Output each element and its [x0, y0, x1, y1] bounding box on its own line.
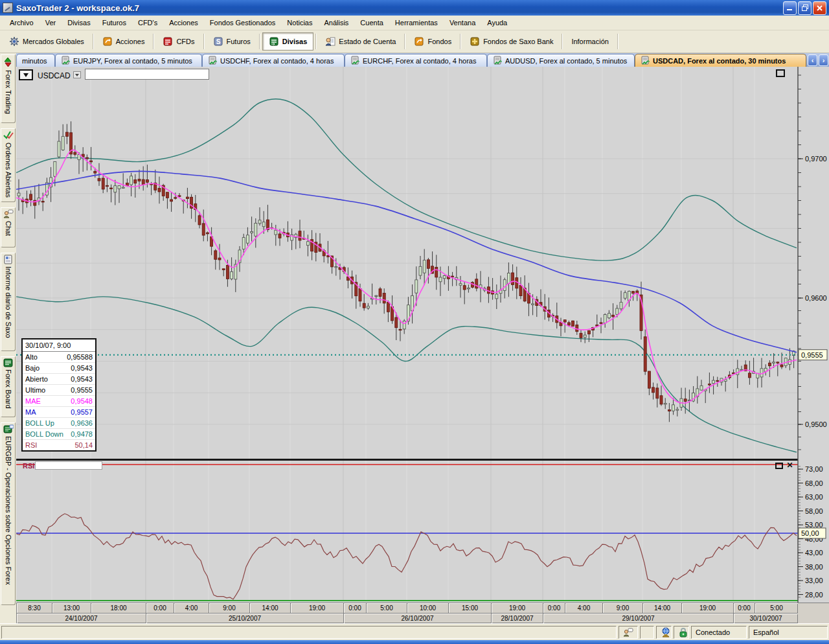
sidebar-tab-ordenes-abiertas[interactable]: Ordenes Abiertas	[1, 128, 16, 202]
report-doc-icon	[3, 255, 13, 264]
time-tick: 4:00	[174, 603, 209, 614]
menu-item-ayuda[interactable]: Ayuda	[481, 17, 513, 29]
sidebar-tab-forex-board[interactable]: Forex Board	[1, 356, 16, 417]
svg-text:0,9500: 0,9500	[805, 420, 827, 428]
menu-item-archivo[interactable]: Archivo	[4, 17, 40, 29]
sidebar-tab-forex-trading[interactable]: Forex Trading	[1, 54, 16, 123]
menu-item-cfd-s[interactable]: CFD's	[132, 17, 163, 29]
menu-item-divisas[interactable]: Divisas	[62, 17, 96, 29]
time-tick: 0:00	[344, 603, 367, 614]
time-tick: 0:00	[543, 603, 565, 614]
tab-label: EURJPY, Forex al contado, 5 minutos	[73, 57, 192, 65]
svg-text:S: S	[216, 38, 220, 45]
toolbar-button-mercados-globales[interactable]: Mercados Globales	[3, 32, 91, 51]
svg-text:58,00: 58,00	[805, 507, 823, 515]
rsi-maximize-button[interactable]	[775, 463, 783, 469]
toolbar-button-label: Mercados Globales	[23, 38, 84, 45]
language-selector[interactable]: Español	[749, 626, 828, 639]
menu-bar: ArchivoVerDivisasFuturosCFD'sAccionesFon…	[0, 16, 829, 30]
tooltip-row-label: MA	[25, 408, 36, 416]
tab-usdchf-forex-al-contado-4-horas[interactable]: USDCHF, Forex al contado, 4 horas	[202, 54, 345, 67]
sidebar-tab-chat[interactable]: Chat	[1, 207, 16, 247]
restore-icon	[802, 5, 808, 11]
rsi-close-button[interactable]: ✕	[786, 461, 794, 470]
rsi-parameter-input[interactable]	[35, 461, 102, 470]
toolbar-button-label: Estado de Cuenta	[339, 38, 396, 45]
current-price-label: 0,9555	[799, 350, 827, 360]
sidebar-tab-informe-diario-de-saxo[interactable]: Informe diario de Saxo	[1, 253, 16, 351]
status-security-button[interactable]	[674, 626, 689, 639]
tooltip-row-alto: Alto0,95588	[23, 352, 95, 363]
tooltip-row-boll-up: BOLL Up0,9636	[23, 418, 95, 429]
time-tick: 0:00	[734, 603, 755, 614]
instrument-search-input[interactable]	[85, 69, 209, 80]
menu-item-ventana[interactable]: Ventana	[444, 17, 481, 29]
date-tick: 29/10/2007	[543, 614, 734, 624]
sidebar-tab-eurgbp-operaciones-sobre-opciones-forex[interactable]: EURGBP - Operaciones sobre Opciones Fore…	[1, 422, 16, 605]
symbol-dropdown[interactable]	[73, 71, 81, 78]
chart-doc-icon	[208, 56, 218, 65]
restore-button[interactable]	[798, 1, 812, 15]
toolbar-button-fondos[interactable]: Fondos	[407, 32, 458, 51]
time-tick: 5:00	[755, 603, 799, 614]
chart-maximize-button[interactable]	[776, 69, 785, 77]
time-tick: 10:00	[407, 603, 449, 614]
toolbar-button-futuros[interactable]: SFuturos	[207, 32, 257, 51]
toolbar-button-label: Fondos de Saxo Bank	[483, 38, 553, 45]
menu-item-analisis[interactable]: Análisis	[318, 17, 354, 29]
tooltip-row-abierto: Abierto0,9543	[23, 374, 95, 385]
tab-scroll-right-button[interactable]: ›	[819, 54, 828, 66]
lock-green-icon	[678, 627, 688, 638]
toolbar-separator	[562, 34, 563, 49]
date-tick: 24/10/2007	[17, 614, 146, 624]
svg-text:63,00: 63,00	[805, 493, 823, 501]
minimize-button[interactable]	[783, 1, 797, 15]
menu-item-ver[interactable]: Ver	[40, 17, 62, 29]
time-tick: 19:00	[492, 603, 543, 614]
dropdown-arrow-icon	[23, 73, 28, 77]
menu-item-cuenta[interactable]: Cuenta	[354, 17, 389, 29]
rsi-label: RSI	[23, 462, 34, 470]
time-tick: 9:00	[209, 603, 250, 614]
chart-canvas[interactable]: 0,97000,96000,95000,955573,0068,0063,005…	[16, 67, 829, 603]
tab-eurjpy-forex-al-contado-5-minutos[interactable]: EURJPY, Forex al contado, 5 minutos	[55, 54, 202, 67]
toolbar-button-estado-de-cuenta[interactable]: Estado de Cuenta	[319, 32, 402, 51]
tab-audusd-forex-al-contado-5-minutos[interactable]: AUDUSD, Forex al contado, 5 minutos	[487, 54, 635, 67]
toolbar-separator	[93, 34, 94, 49]
taskbar-edge	[0, 640, 829, 644]
status-chat-button[interactable]	[619, 626, 638, 639]
menu-item-herramientas[interactable]: Herramientas	[389, 17, 444, 29]
app-window: SaxoTrader 2 - workspace.ok.7 ArchivoVer…	[0, 0, 829, 644]
tab-usdcad-forex-al-contado-30-minutos[interactable]: USDCAD, Forex al contado, 30 minutos	[635, 54, 806, 67]
toolbar-button-acciones[interactable]: Acciones	[96, 32, 152, 51]
tab-scroll-left-button[interactable]: ‹	[808, 54, 817, 66]
svg-text:0,9555: 0,9555	[801, 351, 823, 359]
left-sidebar: Forex TradingOrdenes AbiertasChatInforme…	[0, 53, 16, 623]
menu-item-noticias[interactable]: Noticias	[281, 17, 318, 29]
time-tick: 14:00	[643, 603, 682, 614]
status-network-button[interactable]	[656, 626, 672, 639]
panel-splitter[interactable]	[16, 459, 798, 461]
toolbar-button-divisas[interactable]: Divisas	[262, 32, 314, 51]
toolbar-button-label: Divisas	[282, 38, 308, 45]
tooltip-row-label: MAE	[25, 397, 41, 405]
toolbar-button-informacion[interactable]: Información	[565, 32, 615, 51]
menu-item-acciones[interactable]: Acciones	[163, 17, 204, 29]
toolbar-button-cfds[interactable]: CFDs	[156, 32, 201, 51]
tab-label: USDCAD, Forex al contado, 30 minutos	[653, 57, 786, 65]
tab-minutos[interactable]: minutos	[16, 54, 55, 67]
close-button[interactable]	[813, 1, 826, 15]
fx-green-icon	[269, 36, 279, 47]
toolbar-separator	[153, 34, 154, 49]
instrument-dropdown-button[interactable]	[19, 69, 33, 80]
menu-item-fondos-gestionados[interactable]: Fondos Gestionados	[204, 17, 282, 29]
svg-text:68,00: 68,00	[805, 479, 823, 487]
orders-checks-icon	[3, 130, 14, 141]
rsi-indicator-header: RSI	[23, 461, 102, 470]
tooltip-row-value: 0,9557	[71, 408, 93, 416]
toolbar-button-fondos-de-saxo-bank[interactable]: Fondos de Saxo Bank	[463, 32, 560, 51]
menu-item-futuros[interactable]: Futuros	[97, 17, 132, 29]
status-bar: ConectadoEspañol	[0, 623, 829, 640]
time-tick: 19:00	[291, 603, 344, 614]
tab-eurchf-forex-al-contado-4-horas[interactable]: EURCHF, Forex al contado, 4 horas	[345, 54, 487, 67]
